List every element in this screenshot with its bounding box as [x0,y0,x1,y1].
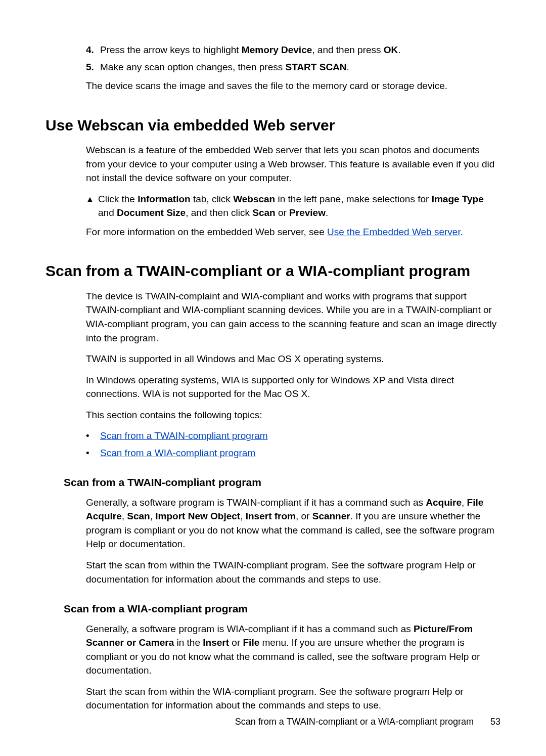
step-4: 4. Press the arrow keys to highlight Mem… [86,43,500,57]
twain-p2: Start the scan from within the TWAIN-com… [86,558,500,586]
step-number: 4. [86,43,100,57]
twain-wia-p2: TWAIN is supported in all Windows and Ma… [86,352,500,366]
wia-p1: Generally, a software program is WIA-com… [86,622,500,678]
webscan-step-text: Click the Information tab, click Webscan… [98,192,500,220]
heading-webscan: Use Webscan via embedded Web server [46,114,500,137]
footer-text: Scan from a TWAIN-compliant or a WIA-com… [235,717,474,727]
topic-links: • Scan from a TWAIN-compliant program • … [86,429,500,460]
triangle-icon: ▲ [86,192,98,220]
page-content: 4. Press the arrow keys to highlight Mem… [46,43,500,713]
result-text: The device scans the image and saves the… [86,79,500,93]
twain-wia-p4: This section contains the following topi… [86,408,500,422]
list-item: • Scan from a WIA-compliant program [86,446,500,460]
bullet-icon: • [86,446,100,460]
bullet-icon: • [86,429,100,443]
step-text: Press the arrow keys to highlight Memory… [100,43,401,57]
heading-twain-wia: Scan from a TWAIN-compliant or a WIA-com… [46,260,500,282]
link-twain-program[interactable]: Scan from a TWAIN-compliant program [100,429,268,443]
webscan-more: For more information on the embedded Web… [86,225,500,239]
webscan-intro: Webscan is a feature of the embedded Web… [86,143,500,185]
step-5: 5. Make any scan option changes, then pr… [86,60,500,74]
list-item: • Scan from a TWAIN-compliant program [86,429,500,443]
step-text: Make any scan option changes, then press… [100,60,349,74]
heading-twain: Scan from a TWAIN-compliant program [64,475,500,490]
numbered-steps: 4. Press the arrow keys to highlight Mem… [86,43,500,74]
link-wia-program[interactable]: Scan from a WIA-compliant program [100,446,255,460]
heading-wia: Scan from a WIA-compliant program [64,601,500,616]
page-footer: Scan from a TWAIN-compliant or a WIA-com… [235,715,500,728]
page-number: 53 [490,717,500,727]
twain-p1: Generally, a software program is TWAIN-c… [86,496,500,551]
twain-wia-p1: The device is TWAIN-complaint and WIA-co… [86,289,500,345]
wia-p2: Start the scan from within the WIA-compl… [86,685,500,713]
twain-wia-p3: In Windows operating systems, WIA is sup… [86,373,500,401]
link-embedded-web-server[interactable]: Use the Embedded Web server [327,227,461,237]
webscan-step: ▲ Click the Information tab, click Websc… [86,192,500,220]
step-number: 5. [86,60,100,74]
